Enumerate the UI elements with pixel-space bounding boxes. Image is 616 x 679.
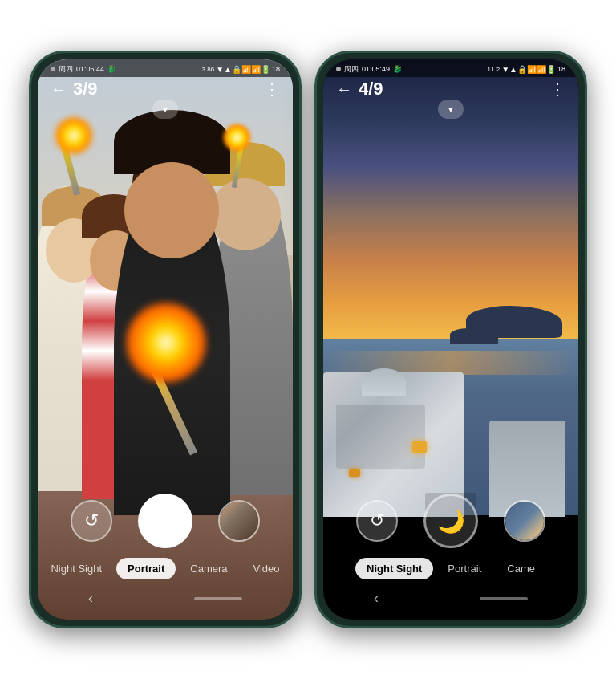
sparkler-glow1 — [54, 116, 94, 156]
back-button-right[interactable]: ← — [336, 80, 352, 99]
shutter-button-right[interactable]: 🌙 — [424, 494, 478, 548]
mode-tabs-right: Night Sight Portrait Came — [323, 558, 578, 579]
thumbnail-button-right[interactable] — [504, 500, 545, 542]
photo-count-left: 3/9 — [73, 79, 98, 100]
tab-camera-left[interactable]: Camera — [179, 558, 238, 579]
lit-window2 — [349, 469, 360, 477]
shutter-button-left[interactable] — [138, 494, 192, 548]
refresh-icon-left — [84, 510, 99, 531]
home-indicator-right — [480, 597, 528, 600]
thumbnail-button-left[interactable] — [218, 500, 260, 542]
tab-camera-right[interactable]: Came — [496, 558, 546, 579]
sparkler-glow-main — [126, 303, 206, 383]
tab-night-sight-left[interactable]: Night Sight — [39, 558, 113, 579]
screen-left: 周四 01:05:44 🐉 3.86 ▼▲🔒📶📶🔋 18 ← 3/9 ⋮ — [38, 59, 293, 620]
nav-left-right: ← 4/9 — [336, 79, 383, 100]
camera-buttons-left — [38, 494, 293, 548]
nav-bar-right: ‹ — [323, 590, 578, 607]
dropdown-left[interactable] — [152, 100, 178, 119]
tab-video-left[interactable]: Video — [242, 558, 291, 579]
lit-window1 — [412, 441, 427, 453]
sparkler-glow2 — [223, 124, 251, 152]
flip-camera-button-left[interactable] — [71, 500, 112, 542]
tab-night-sight-right[interactable]: Night Sight — [355, 558, 433, 579]
bottom-controls-right: 🌙 Night Sight Portrait Came — [323, 494, 578, 579]
screen-right: 周四 01:05:49 🐉 11.2 ▼▲🔒📶📶🔋 18 ← 4/9 ⋮ — [323, 59, 578, 620]
back-button-left[interactable]: ← — [51, 80, 67, 99]
buildings-area — [323, 340, 578, 517]
person4-face — [210, 178, 281, 250]
flip-camera-button-right[interactable] — [356, 500, 398, 542]
phone-left: 周四 01:05:44 🐉 3.86 ▼▲🔒📶📶🔋 18 ← 3/9 ⋮ — [29, 51, 302, 628]
bottom-controls-left: Night Sight Portrait Camera Video — [38, 494, 293, 579]
wall-shadow — [336, 405, 425, 469]
camera-buttons-right: 🌙 — [323, 494, 578, 548]
dropdown-right[interactable] — [438, 100, 464, 119]
dome — [362, 368, 406, 396]
back-nav-right[interactable]: ‹ — [374, 590, 379, 607]
phone-right: 周四 01:05:49 🐉 11.2 ▼▲🔒📶📶🔋 18 ← 4/9 ⋮ — [314, 51, 587, 628]
refresh-icon-right — [370, 510, 384, 531]
phone-body-right: 周四 01:05:49 🐉 11.2 ▼▲🔒📶📶🔋 18 ← 4/9 ⋮ — [314, 51, 587, 628]
photo-count-right: 4/9 — [359, 79, 383, 100]
nav-bar-left: ‹ — [38, 590, 293, 607]
nav-left: ← 3/9 — [51, 79, 98, 100]
more-button-right[interactable]: ⋮ — [549, 79, 565, 99]
back-nav-left[interactable]: ‹ — [88, 590, 93, 607]
thumbnail-image-right — [505, 502, 544, 540]
person-main-face — [124, 162, 219, 258]
thumbnail-image-left — [220, 502, 258, 540]
home-indicator-left — [194, 597, 242, 600]
more-button-left[interactable]: ⋮ — [264, 79, 280, 99]
moon-icon: 🌙 — [437, 508, 465, 535]
tab-portrait-left[interactable]: Portrait — [116, 558, 176, 579]
mode-tabs-left: Night Sight Portrait Camera Video — [38, 558, 293, 579]
tab-portrait-right[interactable]: Portrait — [436, 558, 492, 579]
phone-body-left: 周四 01:05:44 🐉 3.86 ▼▲🔒📶📶🔋 18 ← 3/9 ⋮ — [29, 51, 302, 628]
